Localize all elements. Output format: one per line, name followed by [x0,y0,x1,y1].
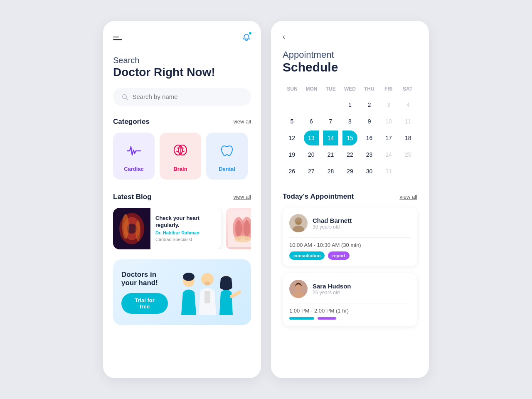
search-subtitle: Search [113,56,251,65]
chad-avatar [289,214,308,232]
cal-cell[interactable]: 22 [342,147,357,162]
blog-card-2[interactable] [226,208,251,249]
sara-tags [289,317,411,320]
cal-cell[interactable]: 28 [323,164,338,179]
left-panel: Search Doctor Right Now! Categories view… [103,21,261,378]
search-input[interactable] [132,93,243,100]
chad-name: Chad Barnett [313,217,352,224]
cal-cell[interactable]: 6 [304,114,319,129]
search-bar[interactable] [113,88,251,106]
cal-cell[interactable]: 27 [304,164,319,179]
cal-day-wed: WED [340,84,360,94]
blog-section: Latest Blog view all [113,193,251,249]
sara-divider [289,303,411,303]
cardiac-icon [123,140,145,162]
cal-cell[interactable]: 26 [284,164,299,179]
trial-button[interactable]: Trial for free [121,293,168,314]
todays-header: Today's Appointment view all [283,192,417,201]
cal-cell[interactable]: 18 [401,131,416,145]
promo-banner: Doctors in your hand! Trial for free [113,259,251,325]
cal-cell[interactable]: 5 [284,114,299,129]
cal-cell[interactable]: 30 [362,164,377,179]
notification-bell[interactable] [242,32,251,44]
appointment-chad[interactable]: Chad Barnett 30 years old 10:00 AM - 10:… [283,207,417,266]
cal-cell[interactable]: 20 [304,147,319,162]
cal-cell[interactable]: 10 [381,114,396,129]
dental-icon [216,140,238,162]
svg-point-26 [296,222,301,225]
cal-cell[interactable]: 15 [342,131,357,145]
cal-cell[interactable]: 1 [342,97,357,112]
top-bar [113,32,251,44]
sara-tag-teal [289,317,314,320]
appointment-sara[interactable]: Sara Hudson 26 years old 1:00 PM - 2:00 … [283,273,417,326]
cal-cell[interactable]: 9 [362,114,377,129]
svg-point-16 [234,236,251,242]
svg-rect-20 [204,291,210,303]
sara-person: Sara Hudson 26 years old [289,280,411,298]
cal-cell[interactable] [304,97,319,112]
sara-info: Sara Hudson 26 years old [313,283,351,296]
cal-cell[interactable] [401,164,416,179]
blog-view-all[interactable]: view all [233,194,251,200]
cal-cell[interactable]: 3 [381,97,396,112]
blog-specialist-1: Cardiac Specialist [155,237,216,242]
search-icon [121,93,128,101]
blog-header: Latest Blog view all [113,193,251,201]
menu-icon[interactable] [113,37,122,40]
back-button[interactable]: ‹ [283,32,285,41]
todays-view-all[interactable]: view all [399,194,417,200]
cal-cell[interactable] [284,97,299,112]
category-dental[interactable]: Dental [206,133,248,180]
cal-cell[interactable]: 24 [381,147,396,162]
cal-cell[interactable]: 13 [304,131,319,145]
chad-age: 30 years old [313,224,352,230]
svg-point-9 [122,214,129,239]
svg-point-10 [135,220,140,241]
category-cardiac[interactable]: Cardiac [113,133,155,180]
cal-cell[interactable]: 4 [401,97,416,112]
todays-title: Today's Appointment [283,192,354,201]
sara-tag-purple [318,317,336,320]
cal-day-thu: THU [360,84,379,94]
cal-cell[interactable]: 12 [284,131,299,145]
svg-point-14 [235,220,242,237]
blog-thumb-1 [113,208,150,249]
categories-header: Categories view all [113,118,251,126]
svg-point-0 [123,94,127,99]
cal-day-tue: TUE [321,84,340,94]
category-brain[interactable]: Brain [160,133,201,180]
brain-label: Brain [173,166,187,172]
cal-day-sun: SUN [283,84,302,94]
cal-cell[interactable]: 25 [401,147,416,162]
cal-cell[interactable]: 14 [323,131,338,145]
cal-cell[interactable]: 7 [323,114,338,129]
promo-doctors-illustration [168,269,243,315]
chad-divider [289,237,411,238]
cal-cell[interactable]: 2 [362,97,377,112]
right-panel: ‹ Appointment Schedule SUN MON TUE WED T… [271,21,429,378]
dental-label: Dental [219,166,235,172]
blog-label: Latest Blog [113,193,152,201]
categories-row: Cardiac Brain [113,133,251,180]
cal-cell[interactable]: 29 [342,164,357,179]
cal-cell[interactable]: 17 [381,131,396,145]
blog-card-1[interactable]: Check your heart regularly. Dr. Habibur … [113,208,221,249]
cardiac-label: Cardiac [124,166,144,172]
cal-cell[interactable]: 31 [381,164,396,179]
sara-age: 26 years old [313,290,351,296]
cal-cell[interactable]: 19 [284,147,299,162]
cal-cell[interactable]: 23 [362,147,377,162]
categories-view-all[interactable]: view all [233,118,251,125]
cal-cell[interactable] [323,97,338,112]
cal-cell[interactable]: 21 [323,147,338,162]
cal-cell[interactable]: 16 [362,131,377,145]
svg-line-1 [126,98,128,100]
chad-time: 10:00 AM - 10:30 AM (30 min) [289,242,411,248]
cal-cell[interactable]: 8 [342,114,357,129]
search-heading: Search Doctor Right Now! [113,56,251,79]
chad-tags: consultation report [289,251,411,260]
cal-cell[interactable]: 11 [401,114,416,129]
sara-name: Sara Hudson [313,283,351,290]
tag-report: report [328,251,350,260]
